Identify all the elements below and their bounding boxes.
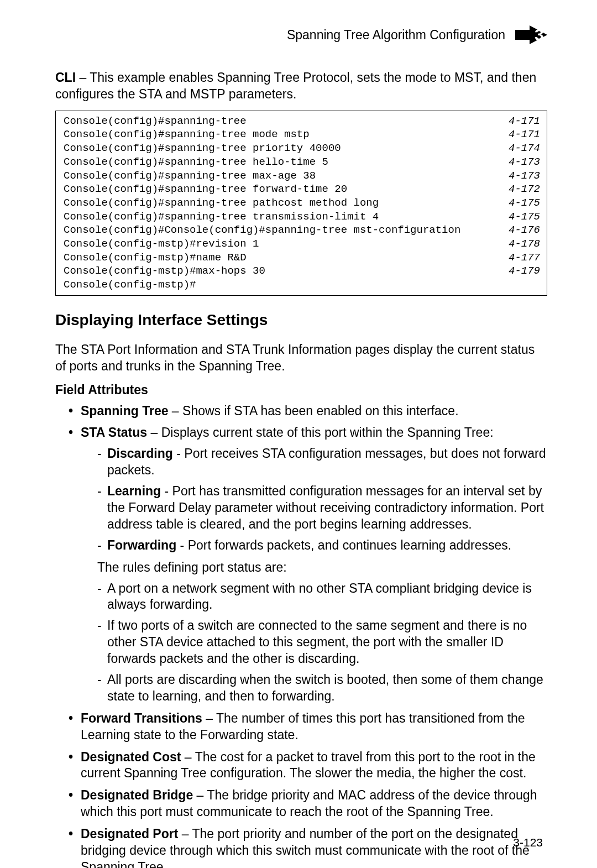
attr-term: Designated Bridge: [81, 788, 193, 802]
attr-text: - Port has transmitted configuration mes…: [107, 484, 544, 531]
attr-text: – Shows if STA has been enabled on this …: [168, 404, 458, 418]
code-ref: 4-173: [509, 155, 540, 169]
section-intro: The STA Port Information and STA Trunk I…: [55, 342, 547, 375]
code-ref: 4-178: [509, 237, 540, 251]
chapter-number: 3: [535, 25, 544, 44]
attr-term: Spanning Tree: [81, 404, 168, 418]
intro-paragraph: CLI – This example enables Spanning Tree…: [55, 70, 547, 103]
code-ref: 4-175: [509, 210, 540, 224]
code-ref: 4-171: [509, 128, 540, 142]
document-page: Spanning Tree Algorithm Configuration 3 …: [0, 0, 597, 868]
code-line: Console(config)#spanning-tree4-171: [64, 114, 540, 128]
intro-text: – This example enables Spanning Tree Pro…: [55, 70, 536, 101]
attr-text: – Displays current state of this port wi…: [147, 425, 493, 440]
code-line: Console(config-mstp)#max-hops 304-179: [64, 264, 540, 278]
code-ref: 4-174: [509, 142, 540, 155]
cli-code-block: Console(config)#spanning-tree4-171Consol…: [55, 111, 547, 296]
code-command: Console(config)#spanning-tree hello-time…: [64, 155, 328, 169]
code-line: Console(config-mstp)#name R&D4-177: [64, 251, 540, 265]
code-line: Console(config)#spanning-tree transmissi…: [64, 210, 540, 224]
list-item: Spanning Tree – Shows if STA has been en…: [69, 403, 547, 420]
code-ref: 4-172: [509, 182, 540, 196]
chapter-icon: 3: [515, 22, 547, 48]
code-ref: 4-179: [509, 264, 540, 278]
sta-status-sublist: Discarding - Port receives STA configura…: [97, 446, 547, 553]
code-command: Console(config)#spanning-tree forward-ti…: [64, 182, 347, 196]
attr-text: - Port forwards packets, and continues l…: [176, 538, 511, 552]
code-line: Console(config)#spanning-tree mode mstp4…: [64, 128, 540, 142]
header-title: Spanning Tree Algorithm Configuration: [287, 28, 505, 43]
rules-intro: The rules defining port status are:: [97, 560, 547, 576]
field-attributes-heading: Field Attributes: [55, 383, 547, 398]
code-command: Console(config-mstp)#: [64, 278, 196, 292]
list-item: Learning - Port has transmitted configur…: [97, 483, 547, 533]
rules-sublist: A port on a network segment with no othe…: [97, 581, 547, 705]
page-header: Spanning Tree Algorithm Configuration 3: [55, 22, 547, 48]
attr-term: Forwarding: [107, 538, 176, 552]
list-item: Designated Port – The port priority and …: [69, 826, 547, 868]
field-attributes-list: Spanning Tree – Shows if STA has been en…: [69, 403, 547, 869]
attr-term: STA Status: [81, 425, 147, 440]
attr-text: - Port receives STA configuration messag…: [107, 446, 546, 477]
code-command: Console(config)#spanning-tree max-age 38: [64, 169, 316, 183]
code-command: Console(config-mstp)#name R&D: [64, 251, 247, 265]
attr-term: Forward Transitions: [81, 711, 202, 725]
code-command: Console(config)#spanning-tree priority 4…: [64, 142, 341, 155]
page-number: 3-123: [513, 836, 543, 849]
list-item: All ports are discarding when the switch…: [97, 672, 547, 705]
list-item: STA Status – Displays current state of t…: [69, 425, 547, 704]
code-command: Console(config)#spanning-tree transmissi…: [64, 210, 379, 224]
code-line: Console(config)#spanning-tree priority 4…: [64, 142, 540, 155]
list-item: Discarding - Port receives STA configura…: [97, 446, 547, 479]
code-line: Console(config)#spanning-tree forward-ti…: [64, 182, 540, 196]
code-ref: 4-177: [509, 251, 540, 265]
code-ref: 4-176: [509, 223, 540, 237]
attr-term: Designated Cost: [81, 750, 181, 764]
list-item: Forward Transitions – The number of time…: [69, 710, 547, 744]
code-command: Console(config)#Console(config)#spanning…: [64, 223, 460, 237]
code-line: Console(config)#spanning-tree max-age 38…: [64, 169, 540, 183]
code-line: Console(config)#spanning-tree pathcost m…: [64, 196, 540, 210]
code-command: Console(config-mstp)#max-hops 30: [64, 264, 265, 278]
code-command: Console(config)#spanning-tree: [64, 114, 247, 128]
code-line: Console(config)#spanning-tree hello-time…: [64, 155, 540, 169]
attr-term: Discarding: [107, 446, 173, 461]
list-item: A port on a network segment with no othe…: [97, 581, 547, 614]
code-ref: 4-171: [509, 114, 540, 128]
code-command: Console(config)#spanning-tree mode mstp: [64, 128, 310, 142]
code-command: Console(config)#spanning-tree pathcost m…: [64, 196, 379, 210]
list-item: Forwarding - Port forwards packets, and …: [97, 537, 547, 554]
list-item: Designated Bridge – The bridge priority …: [69, 787, 547, 820]
code-line: Console(config-mstp)#revision 14-178: [64, 237, 540, 251]
code-line: Console(config-mstp)#: [64, 278, 540, 292]
code-ref: 4-175: [509, 196, 540, 210]
list-item: Designated Cost – The cost for a packet …: [69, 749, 547, 782]
attr-term: Designated Port: [81, 827, 178, 841]
code-line: Console(config)#Console(config)#spanning…: [64, 223, 540, 237]
code-ref: 4-173: [509, 169, 540, 183]
attr-term: Learning: [107, 484, 161, 498]
code-command: Console(config-mstp)#revision 1: [64, 237, 259, 251]
list-item: If two ports of a switch are connected t…: [97, 618, 547, 667]
section-heading: Displaying Interface Settings: [55, 311, 547, 329]
intro-label: CLI: [55, 70, 76, 85]
